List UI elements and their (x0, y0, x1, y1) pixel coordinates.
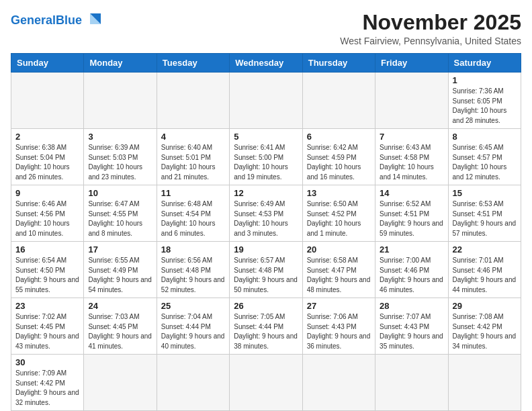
day-info: Sunrise: 6:53 AM Sunset: 4:51 PM Dayligh… (453, 199, 517, 238)
logo-general: General (11, 13, 56, 27)
day-number: 6 (307, 132, 371, 142)
location: West Fairview, Pennsylvania, United Stat… (340, 36, 521, 46)
weekday-header-saturday: Saturday (448, 54, 521, 73)
calendar-cell: 18Sunrise: 6:56 AM Sunset: 4:48 PM Dayli… (157, 242, 229, 298)
calendar-cell (84, 73, 157, 129)
day-number: 30 (15, 357, 79, 367)
day-number: 17 (88, 244, 152, 255)
day-number: 7 (380, 132, 443, 142)
day-info: Sunrise: 6:42 AM Sunset: 4:59 PM Dayligh… (307, 143, 371, 182)
calendar-cell (84, 355, 157, 411)
day-number: 14 (380, 188, 443, 198)
logo: GeneralBlue (11, 11, 103, 30)
calendar-cell (11, 73, 84, 129)
calendar-cell: 28Sunrise: 7:07 AM Sunset: 4:43 PM Dayli… (375, 298, 448, 355)
day-info: Sunrise: 7:00 AM Sunset: 4:46 PM Dayligh… (380, 256, 443, 295)
calendar-cell (302, 355, 375, 411)
calendar-cell: 5Sunrise: 6:41 AM Sunset: 5:00 PM Daylig… (230, 129, 302, 185)
calendar-week-row: 30Sunrise: 7:09 AM Sunset: 4:42 PM Dayli… (11, 355, 521, 411)
calendar-cell (230, 355, 302, 411)
day-info: Sunrise: 7:06 AM Sunset: 4:43 PM Dayligh… (307, 312, 371, 351)
weekday-header-sunday: Sunday (11, 54, 84, 73)
calendar-cell: 2Sunrise: 6:38 AM Sunset: 5:04 PM Daylig… (11, 129, 84, 185)
day-info: Sunrise: 7:05 AM Sunset: 4:44 PM Dayligh… (234, 312, 298, 351)
calendar-cell: 21Sunrise: 7:00 AM Sunset: 4:46 PM Dayli… (375, 242, 448, 298)
day-info: Sunrise: 7:36 AM Sunset: 6:05 PM Dayligh… (453, 87, 517, 126)
day-info: Sunrise: 6:47 AM Sunset: 4:55 PM Dayligh… (88, 199, 152, 238)
calendar-cell: 19Sunrise: 6:57 AM Sunset: 4:48 PM Dayli… (230, 242, 302, 298)
day-info: Sunrise: 7:01 AM Sunset: 4:46 PM Dayligh… (453, 256, 517, 295)
weekday-header-thursday: Thursday (302, 54, 375, 73)
calendar-cell: 12Sunrise: 6:49 AM Sunset: 4:53 PM Dayli… (230, 185, 302, 242)
calendar-cell: 10Sunrise: 6:47 AM Sunset: 4:55 PM Dayli… (84, 185, 157, 242)
day-info: Sunrise: 6:46 AM Sunset: 4:56 PM Dayligh… (15, 199, 79, 238)
day-number: 18 (161, 244, 225, 255)
day-number: 1 (453, 75, 517, 85)
day-info: Sunrise: 6:40 AM Sunset: 5:01 PM Dayligh… (161, 143, 225, 182)
day-number: 22 (453, 244, 517, 255)
day-number: 5 (234, 132, 298, 142)
day-number: 27 (307, 301, 371, 311)
day-info: Sunrise: 6:56 AM Sunset: 4:48 PM Dayligh… (161, 256, 225, 295)
calendar-cell (448, 355, 521, 411)
calendar-cell: 16Sunrise: 6:54 AM Sunset: 4:50 PM Dayli… (11, 242, 84, 298)
day-number: 12 (234, 188, 298, 198)
day-info: Sunrise: 7:03 AM Sunset: 4:45 PM Dayligh… (88, 312, 152, 351)
day-number: 29 (453, 301, 517, 311)
day-number: 26 (234, 301, 298, 311)
day-info: Sunrise: 7:08 AM Sunset: 4:42 PM Dayligh… (453, 312, 517, 351)
day-number: 11 (161, 188, 225, 198)
logo-icon (85, 11, 103, 30)
calendar-cell: 6Sunrise: 6:42 AM Sunset: 4:59 PM Daylig… (302, 129, 375, 185)
calendar-cell: 24Sunrise: 7:03 AM Sunset: 4:45 PM Dayli… (84, 298, 157, 355)
page-header: GeneralBlue November 2025 West Fairview,… (11, 11, 521, 46)
day-info: Sunrise: 6:45 AM Sunset: 4:57 PM Dayligh… (453, 143, 517, 182)
calendar-cell: 14Sunrise: 6:52 AM Sunset: 4:51 PM Dayli… (375, 185, 448, 242)
weekday-header-monday: Monday (84, 54, 157, 73)
weekday-header-friday: Friday (375, 54, 448, 73)
day-info: Sunrise: 6:41 AM Sunset: 5:00 PM Dayligh… (234, 143, 298, 182)
calendar-cell (230, 73, 302, 129)
day-number: 23 (15, 301, 79, 311)
calendar-cell (157, 73, 229, 129)
calendar-cell: 27Sunrise: 7:06 AM Sunset: 4:43 PM Dayli… (302, 298, 375, 355)
day-number: 9 (15, 188, 79, 198)
day-info: Sunrise: 7:02 AM Sunset: 4:45 PM Dayligh… (15, 312, 79, 351)
day-number: 21 (380, 244, 443, 255)
day-number: 3 (88, 132, 152, 142)
day-info: Sunrise: 6:55 AM Sunset: 4:49 PM Dayligh… (88, 256, 152, 295)
calendar-cell (375, 73, 448, 129)
day-info: Sunrise: 7:07 AM Sunset: 4:43 PM Dayligh… (380, 312, 443, 351)
day-info: Sunrise: 7:04 AM Sunset: 4:44 PM Dayligh… (161, 312, 225, 351)
calendar-week-row: 9Sunrise: 6:46 AM Sunset: 4:56 PM Daylig… (11, 185, 521, 242)
weekday-header-wednesday: Wednesday (230, 54, 302, 73)
day-info: Sunrise: 6:48 AM Sunset: 4:54 PM Dayligh… (161, 199, 225, 238)
day-number: 13 (307, 188, 371, 198)
logo-text: GeneralBlue (11, 14, 82, 26)
day-number: 10 (88, 188, 152, 198)
day-info: Sunrise: 6:49 AM Sunset: 4:53 PM Dayligh… (234, 199, 298, 238)
day-info: Sunrise: 6:50 AM Sunset: 4:52 PM Dayligh… (307, 199, 371, 238)
calendar-cell (157, 355, 229, 411)
month-title: November 2025 (340, 11, 521, 34)
day-number: 16 (15, 244, 79, 255)
day-info: Sunrise: 6:57 AM Sunset: 4:48 PM Dayligh… (234, 256, 298, 295)
calendar-cell: 15Sunrise: 6:53 AM Sunset: 4:51 PM Dayli… (448, 185, 521, 242)
day-number: 19 (234, 244, 298, 255)
day-number: 24 (88, 301, 152, 311)
calendar-cell: 26Sunrise: 7:05 AM Sunset: 4:44 PM Dayli… (230, 298, 302, 355)
logo-blue: Blue (56, 13, 82, 27)
calendar-table: SundayMondayTuesdayWednesdayThursdayFrid… (11, 53, 521, 411)
calendar-cell: 9Sunrise: 6:46 AM Sunset: 4:56 PM Daylig… (11, 185, 84, 242)
calendar-week-row: 23Sunrise: 7:02 AM Sunset: 4:45 PM Dayli… (11, 298, 521, 355)
day-info: Sunrise: 6:54 AM Sunset: 4:50 PM Dayligh… (15, 256, 79, 295)
day-info: Sunrise: 6:43 AM Sunset: 4:58 PM Dayligh… (380, 143, 443, 182)
calendar-cell: 29Sunrise: 7:08 AM Sunset: 4:42 PM Dayli… (448, 298, 521, 355)
day-number: 4 (161, 132, 225, 142)
calendar-cell: 1Sunrise: 7:36 AM Sunset: 6:05 PM Daylig… (448, 73, 521, 129)
title-area: November 2025 West Fairview, Pennsylvani… (340, 11, 521, 46)
calendar-week-row: 16Sunrise: 6:54 AM Sunset: 4:50 PM Dayli… (11, 242, 521, 298)
calendar-cell: 23Sunrise: 7:02 AM Sunset: 4:45 PM Dayli… (11, 298, 84, 355)
calendar-cell: 4Sunrise: 6:40 AM Sunset: 5:01 PM Daylig… (157, 129, 229, 185)
calendar-week-row: 2Sunrise: 6:38 AM Sunset: 5:04 PM Daylig… (11, 129, 521, 185)
